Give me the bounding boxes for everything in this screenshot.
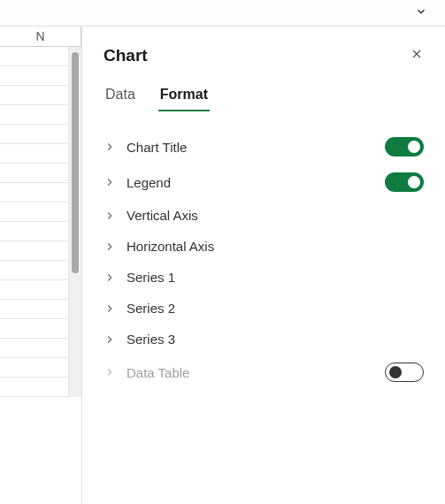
top-bar bbox=[0, 0, 445, 27]
option-row: Legend bbox=[104, 164, 424, 200]
option-label[interactable]: Series 3 bbox=[127, 332, 175, 347]
spreadsheet-cell[interactable] bbox=[0, 125, 69, 144]
option-left: Series 3 bbox=[104, 332, 175, 347]
option-row: Vertical Axis bbox=[104, 200, 424, 231]
chart-format-panel: Chart Data Format Chart TitleLegendVerti… bbox=[81, 27, 445, 504]
close-button[interactable] bbox=[410, 47, 424, 65]
spreadsheet-cell[interactable] bbox=[0, 144, 69, 164]
format-options-list: Chart TitleLegendVertical AxisHorizontal… bbox=[82, 111, 445, 390]
option-left: Horizontal Axis bbox=[104, 239, 214, 254]
option-row: Series 2 bbox=[104, 293, 424, 324]
chevron-right-icon[interactable] bbox=[104, 271, 116, 284]
chevron-right-icon[interactable] bbox=[104, 141, 116, 153]
toggle-switch[interactable] bbox=[385, 137, 424, 157]
chevron-right-icon[interactable] bbox=[104, 302, 116, 315]
tab-format[interactable]: Format bbox=[158, 81, 210, 111]
spreadsheet-grid: N bbox=[0, 27, 81, 504]
spreadsheet-cell[interactable] bbox=[0, 241, 69, 261]
option-row: Horizontal Axis bbox=[104, 231, 424, 262]
toggle-switch[interactable] bbox=[385, 172, 424, 192]
toggle-knob bbox=[389, 366, 402, 378]
chevron-right-icon[interactable] bbox=[104, 333, 116, 346]
option-label[interactable]: Legend bbox=[127, 175, 171, 190]
option-label[interactable]: Horizontal Axis bbox=[127, 239, 214, 254]
toggle-knob bbox=[408, 176, 420, 188]
spreadsheet-cell[interactable] bbox=[0, 47, 69, 66]
option-left: Data Table bbox=[104, 365, 189, 380]
panel-title: Chart bbox=[104, 46, 148, 65]
option-label[interactable]: Series 2 bbox=[127, 301, 175, 316]
spreadsheet-cell[interactable] bbox=[0, 222, 69, 241]
spreadsheet-cell[interactable] bbox=[0, 202, 69, 222]
option-row: Series 1 bbox=[104, 262, 424, 293]
toggle-switch[interactable] bbox=[385, 363, 424, 382]
column-header[interactable]: N bbox=[0, 27, 81, 47]
option-left: Series 2 bbox=[104, 301, 175, 316]
toggle-knob bbox=[408, 141, 420, 153]
chevron-right-icon[interactable] bbox=[104, 176, 116, 188]
option-row: Data Table bbox=[104, 355, 424, 390]
chevron-right-icon bbox=[104, 366, 116, 378]
option-row: Series 3 bbox=[104, 324, 424, 355]
scrollbar-thumb[interactable] bbox=[72, 52, 79, 273]
chevron-right-icon[interactable] bbox=[104, 210, 116, 222]
spreadsheet-cell[interactable] bbox=[0, 280, 69, 300]
spreadsheet-cell[interactable] bbox=[0, 261, 69, 280]
option-label[interactable]: Vertical Axis bbox=[127, 208, 198, 223]
option-label: Data Table bbox=[127, 365, 189, 380]
tab-data[interactable]: Data bbox=[104, 81, 137, 111]
spreadsheet-cell[interactable] bbox=[0, 86, 69, 105]
chevron-right-icon[interactable] bbox=[104, 241, 116, 253]
spreadsheet-cell[interactable] bbox=[0, 300, 69, 319]
spreadsheet-cell[interactable] bbox=[0, 105, 69, 125]
spreadsheet-cell[interactable] bbox=[0, 164, 69, 183]
option-label[interactable]: Chart Title bbox=[127, 140, 187, 155]
panel-tabs: Data Format bbox=[82, 81, 445, 111]
option-left: Series 1 bbox=[104, 270, 175, 285]
option-left: Vertical Axis bbox=[104, 208, 198, 223]
spreadsheet-cell[interactable] bbox=[0, 183, 69, 202]
option-left: Legend bbox=[104, 175, 171, 190]
spreadsheet-cell[interactable] bbox=[0, 319, 69, 339]
option-left: Chart Title bbox=[104, 140, 187, 155]
spreadsheet-cell[interactable] bbox=[0, 339, 69, 358]
vertical-scrollbar[interactable] bbox=[69, 47, 81, 397]
collapse-chevron-icon[interactable] bbox=[415, 5, 427, 21]
spreadsheet-cell[interactable] bbox=[0, 66, 69, 86]
spreadsheet-cell[interactable] bbox=[0, 378, 69, 397]
spreadsheet-cell[interactable] bbox=[0, 358, 69, 378]
option-row: Chart Title bbox=[104, 129, 424, 164]
column-header-label: N bbox=[35, 29, 44, 43]
option-label[interactable]: Series 1 bbox=[127, 270, 175, 285]
